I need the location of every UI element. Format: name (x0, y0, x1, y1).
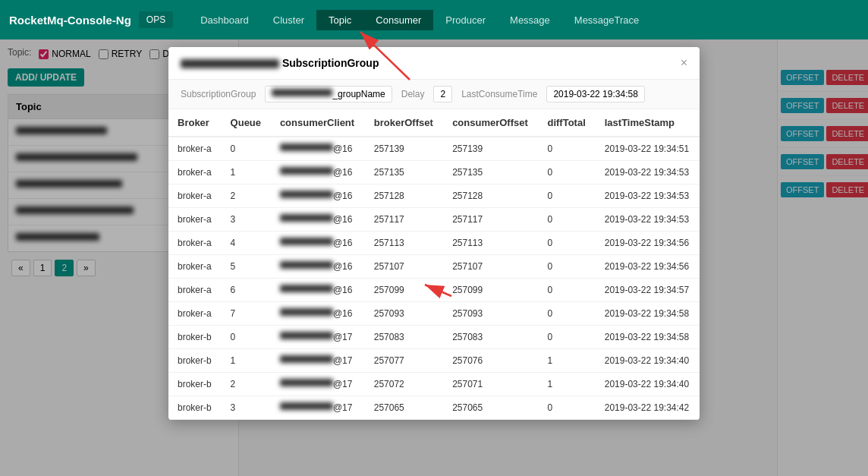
subscription-group-label: SubscriptionGroup (181, 89, 256, 99)
nav-links: Dashboard Cluster Topic Consumer Produce… (188, 10, 651, 30)
navbar: RocketMq-Console-Ng OPS Dashboard Cluste… (0, 0, 868, 39)
table-body: broker-a0 @1625713925713902019-03-22 19:… (168, 137, 700, 420)
table-row: broker-a2 @1625712825712802019-03-22 19:… (168, 184, 700, 208)
modal-subheader: SubscriptionGroup _groupName Delay 2 Las… (168, 80, 700, 109)
table-row: broker-a4 @1625711325711302019-03-22 19:… (168, 232, 700, 255)
nav-consumer[interactable]: Consumer (363, 10, 433, 30)
ops-badge: OPS (139, 11, 173, 28)
col-broker-offset: brokerOffset (365, 109, 443, 137)
table-row: broker-b1 @1725707725707612019-03-22 19:… (168, 349, 700, 373)
col-broker: Broker (168, 109, 222, 137)
nav-dashboard[interactable]: Dashboard (188, 10, 261, 30)
table-row: broker-a1 @1625713525713502019-03-22 19:… (168, 161, 700, 184)
table-row: broker-b3 @1725706525706502019-03-22 19:… (168, 396, 700, 420)
table-row: broker-a0 @1625713925713902019-03-22 19:… (168, 137, 700, 161)
table-header-row: Broker Queue consumerClient brokerOffset… (168, 109, 700, 137)
col-queue: Queue (222, 109, 271, 137)
table-row: broker-a3 @1625711725711702019-03-22 19:… (168, 208, 700, 232)
col-consumer-client: consumerClient (271, 109, 365, 137)
consumer-table: Broker Queue consumerClient brokerOffset… (168, 109, 700, 420)
col-consumer-offset: consumerOffset (443, 109, 538, 137)
modal-close-button[interactable]: × (681, 56, 687, 70)
nav-producer[interactable]: Producer (433, 10, 498, 30)
col-diff-total: diffTotal (538, 109, 595, 137)
table-row: broker-a6 @1625709925709902019-03-22 19:… (168, 279, 700, 302)
modal-header: SubscriptionGroup × (168, 47, 700, 80)
group-name-value: _groupName (265, 86, 392, 102)
modal-title: SubscriptionGroup (181, 57, 379, 69)
nav-topic[interactable]: Topic (316, 10, 363, 30)
main-container: Topic: NORMAL RETRY DLQ ADD/ UPDATE Topi… (0, 39, 868, 476)
col-last-timestamp: lastTimeStamp (596, 109, 700, 137)
table-row: broker-a5 @1625710725710702019-03-22 19:… (168, 255, 700, 279)
table-row: broker-a7 @1625709325709302019-03-22 19:… (168, 302, 700, 326)
table-row: broker-b2 @1725707225707112019-03-22 19:… (168, 373, 700, 396)
nav-messagetrace[interactable]: MessageTrace (562, 10, 652, 30)
modal-body[interactable]: Broker Queue consumerClient brokerOffset… (168, 109, 700, 420)
nav-cluster[interactable]: Cluster (261, 10, 316, 30)
delay-label: Delay (401, 89, 425, 99)
brand-logo: RocketMq-Console-Ng (9, 14, 131, 27)
table-row: broker-b0 @1725708325708302019-03-22 19:… (168, 326, 700, 349)
modal-overlay[interactable]: SubscriptionGroup × SubscriptionGroup _g… (0, 39, 868, 476)
delay-value: 2 (433, 86, 452, 102)
last-consume-label: LastConsumeTime (461, 89, 537, 99)
last-consume-value: 2019-03-22 19:34:58 (546, 86, 644, 102)
modal-dialog: SubscriptionGroup × SubscriptionGroup _g… (168, 47, 700, 420)
nav-message[interactable]: Message (498, 10, 562, 30)
